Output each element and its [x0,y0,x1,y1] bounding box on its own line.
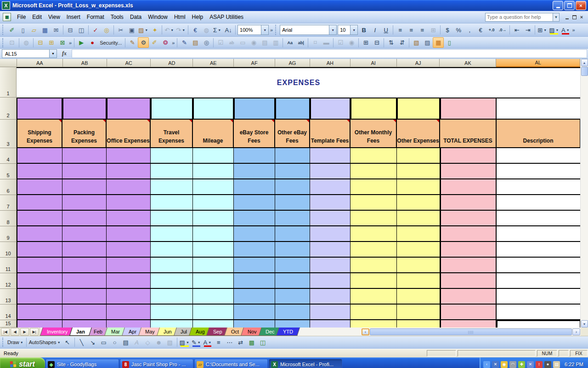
header-cell-af[interactable]: eBay Store Fees [234,120,275,148]
toggle-button-icon[interactable]: ▬ [321,37,332,48]
cell-aj6[interactable] [397,179,440,195]
toolbar-options-icon[interactable]: » [572,27,575,33]
cell-ad11[interactable] [151,258,193,273]
cell-af8[interactable] [234,211,275,226]
protect-workbook-icon[interactable]: ◍ [21,37,32,48]
row-header-14[interactable]: 14 [0,305,17,320]
globe-icon[interactable]: ◉ [501,361,508,368]
cell-ah15[interactable] [310,320,351,328]
cell-al7[interactable] [497,195,580,211]
header-cell-ab[interactable]: Packing Expenses [62,120,107,148]
run-macro-icon[interactable]: ▶ [76,37,87,48]
rectangle-icon[interactable]: ▭ [98,337,109,348]
italic-icon[interactable]: I [369,25,380,35]
band-cell-aj[interactable] [397,98,440,120]
cell-ah6[interactable] [310,179,351,195]
header-cell-ah[interactable]: Template Fees [310,120,351,148]
start-button[interactable]: start [0,357,45,368]
align-center-icon[interactable]: ≡ [406,25,417,35]
cell-aa6[interactable] [17,179,62,195]
taskbar-task-2[interactable]: 8Jasc Paint Shop Pro - ... [120,359,193,368]
cell-ab8[interactable] [62,211,107,226]
name-box[interactable]: AL15 [2,49,50,58]
option-control-icon[interactable]: ◉ [248,37,259,48]
autoshapes-menu-button[interactable]: AutoShapes▼ [29,339,61,345]
cell-ab6[interactable] [62,179,107,195]
research-icon[interactable]: ◎ [101,25,112,35]
view-code-icon[interactable]: ▨ [422,37,433,48]
column-header-ac[interactable]: AC [107,59,151,67]
euro-convert-icon[interactable]: € [190,25,201,35]
cell-ac14[interactable] [107,305,151,320]
menu-item-html[interactable]: Html [171,12,189,22]
cell-aj11[interactable] [397,258,440,273]
font-name-combo[interactable]: Arial▼ [280,25,337,35]
cell-ai14[interactable] [351,305,397,320]
column-header-ab[interactable]: AB [63,59,107,67]
cell-ac15[interactable] [107,320,151,328]
combo-control-icon[interactable]: ▥ [270,37,281,48]
vertical-scrollbar[interactable]: ▲ ▼ [580,59,588,328]
cell-ai12[interactable] [351,273,397,289]
cell-ae12[interactable] [193,273,234,289]
fill-color-icon[interactable]: ▨▼ [548,25,560,35]
cell-af15[interactable] [234,320,275,328]
line-color-icon[interactable]: ✎▼ [191,337,202,348]
cell-ai4[interactable] [351,148,397,164]
audio-icon[interactable]: ◠ [509,361,516,368]
cell-ae7[interactable] [193,195,234,211]
format-painter-icon[interactable]: ✦ [149,25,160,35]
cell-aj9[interactable] [397,226,440,242]
band-cell-ae[interactable] [193,98,234,120]
list-pair-icon[interactable]: ⊞ [360,37,371,48]
line-icon[interactable]: ╲ [76,337,87,348]
question-dropdown-icon[interactable]: ▼ [553,13,560,22]
cell-ac4[interactable] [107,148,151,164]
cell-al14[interactable] [497,305,580,320]
first-sheet-icon[interactable]: |◀ [1,328,10,336]
decrease-indent-icon[interactable]: ⇤ [511,25,522,35]
checkbox-control-icon[interactable]: ☑ [215,37,226,48]
doc-close-button[interactable]: × [578,13,585,21]
cell-ac5[interactable] [107,164,151,179]
vertical-scroll-thumb[interactable] [581,67,588,76]
cell-ad10[interactable] [151,242,193,258]
save-icon[interactable]: ▦ [40,25,51,35]
doc-minimize-button[interactable] [563,13,571,21]
cell-ah10[interactable] [310,242,351,258]
cell-ak5[interactable] [440,164,497,179]
header-cell-al[interactable]: Description [497,120,580,148]
autosum-icon[interactable]: Σ▼ [212,25,223,35]
tools-icon[interactable]: ⚙ [138,37,149,48]
cell-ag12[interactable] [275,273,310,289]
cell-ah14[interactable] [310,305,351,320]
cell-ae6[interactable] [193,179,234,195]
cell-ab14[interactable] [62,305,107,320]
oval-icon[interactable]: ○ [109,337,120,348]
app-icon[interactable]: ● [544,361,551,368]
cell-ab11[interactable] [62,258,107,273]
clipart-icon[interactable]: ☻ [153,337,164,348]
design-mode-icon[interactable]: ✐ [149,37,160,48]
band-cell-af[interactable] [234,98,275,120]
cell-aa9[interactable] [17,226,62,242]
notes-icon[interactable]: ▤ [553,361,560,368]
cell-ac8[interactable] [107,211,151,226]
cell-ag9[interactable] [275,226,310,242]
listbox-control-icon[interactable]: ▤ [259,37,270,48]
textfield-control-icon[interactable]: ab [226,37,237,48]
menu-item-edit[interactable]: Edit [29,12,45,22]
undo-icon[interactable]: ↶▼ [164,25,175,35]
hscroll-left-icon[interactable]: ‹ [362,328,369,335]
menu-item-file[interactable]: File [14,12,29,22]
cell-ah7[interactable] [310,195,351,211]
prev-sheet-icon[interactable]: ◀ [11,328,19,336]
cell-al11[interactable] [497,258,580,273]
borders-icon[interactable]: ⊞▼ [537,25,548,35]
horizontal-scroll-thumb[interactable]: |||| [370,328,572,335]
edit-box-icon[interactable]: ab| [295,37,306,48]
cell-af4[interactable] [234,148,275,164]
vb-editor-icon[interactable]: ❂ [160,37,171,48]
cell-af9[interactable] [234,226,275,242]
properties-icon[interactable]: ▤ [190,37,201,48]
